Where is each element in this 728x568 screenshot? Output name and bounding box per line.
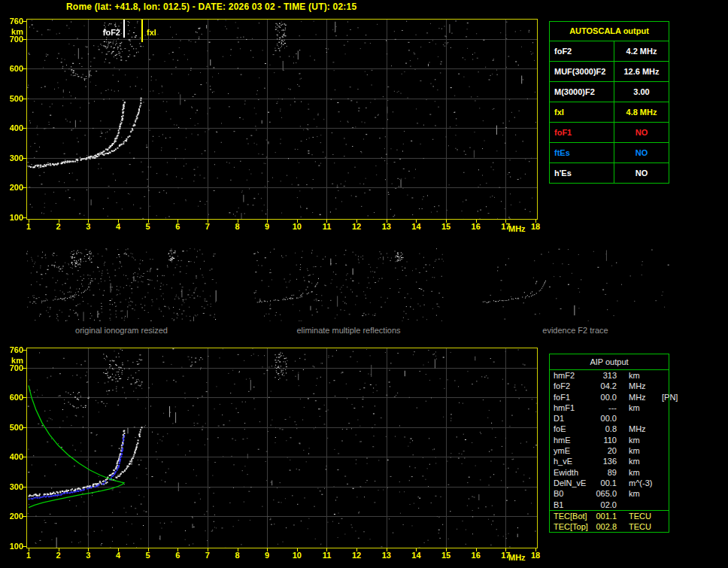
x-tick-mark	[267, 548, 268, 551]
y-tick-mark	[23, 158, 26, 159]
thumbnail-original-caption: original ionogram resized	[26, 326, 217, 335]
y-axis-unit-label: km	[3, 356, 23, 365]
x-tick-mark	[148, 548, 149, 551]
autoscala-table: AUTOSCALA output foF24.2 MHzMUF(3000)F21…	[549, 21, 669, 184]
thumbnail-f2trace-panel: evidence F2 trace	[481, 248, 669, 335]
y-tick-mark	[23, 187, 26, 188]
y-tick-label: 400	[3, 452, 23, 461]
aip-row-unit	[617, 500, 651, 510]
x-tick-mark	[88, 220, 89, 223]
x-tick-mark	[29, 548, 29, 551]
autoscala-row-label: h'Es	[550, 163, 614, 183]
aip-row-unit: km	[617, 488, 651, 499]
aip-row-label: TEC[Top]	[554, 521, 593, 532]
aip-row-label: DelN_vE	[554, 478, 593, 488]
x-tick-mark	[177, 220, 178, 223]
x-tick-mark	[535, 548, 536, 551]
autoscala-row-value: 3.00	[614, 82, 669, 102]
x-tick-mark	[297, 548, 298, 551]
aip-row-value: 04.2	[593, 381, 617, 391]
autoscala-row: foF24.2 MHz	[550, 41, 669, 62]
autoscala-row-label: foF2	[550, 41, 614, 61]
page-title: Rome (lat: +41.8, lon: 012.5) - DATE: 20…	[66, 2, 356, 12]
x-tick-mark	[208, 548, 208, 551]
x-tick-label: 4	[110, 551, 126, 560]
x-tick-label: 5	[140, 551, 156, 560]
y-tick-mark	[23, 427, 26, 428]
aip-row-label: TEC[Bot]	[554, 511, 593, 521]
aip-row-note	[651, 424, 669, 434]
autoscala-row: ftEsNO	[550, 143, 669, 163]
aip-row-note: [PN]	[651, 392, 678, 402]
top-ionogram-canvas	[27, 20, 537, 219]
y-tick-label: 500	[3, 94, 23, 103]
aip-row-value: 002.8	[593, 521, 617, 532]
x-tick-label: 16	[468, 551, 484, 560]
x-tick-label: 5	[140, 222, 156, 231]
fxI-marker-label: fxI	[147, 28, 156, 37]
aip-row-note	[651, 488, 669, 499]
x-tick-label: 4	[110, 222, 126, 231]
x-tick-label: 15	[438, 222, 454, 231]
x-tick-label: 6	[169, 551, 186, 560]
aip-row-value: 136	[593, 456, 617, 466]
aip-row-label: h_vE	[554, 456, 593, 466]
aip-row: foF100.0MHz[PN]	[550, 392, 669, 402]
aip-row-note	[651, 402, 669, 413]
x-tick-label: 13	[378, 222, 395, 231]
aip-row-value: 00.0	[593, 413, 617, 424]
aip-row: h_vE136km	[550, 456, 669, 466]
aip-row-note	[651, 445, 669, 456]
aip-row-unit: TECU	[617, 511, 651, 521]
aip-row-label: hmF1	[554, 402, 593, 413]
aip-row-unit: m^(-3)	[617, 478, 652, 488]
aip-row: B102.0	[550, 500, 669, 510]
y-tick-mark	[23, 516, 26, 517]
x-tick-mark	[535, 220, 536, 223]
autoscala-row-label: foF1	[550, 123, 614, 142]
aip-row-unit	[617, 413, 651, 424]
thumbnail-multiples-caption: eliminate multiple reflections	[253, 326, 444, 335]
x-tick-label: 6	[169, 222, 186, 231]
aip-row-unit: km	[617, 467, 651, 478]
aip-row-unit: km	[617, 402, 651, 413]
aip-row-note	[651, 413, 669, 424]
aip-row: Ewidth89km	[550, 467, 669, 478]
autoscala-row-value: NO	[614, 123, 669, 142]
y-tick-label: 600	[3, 393, 23, 402]
y-tick-label: 500	[3, 423, 23, 432]
aip-row-label: foE	[554, 424, 593, 434]
x-tick-mark	[59, 548, 59, 551]
x-tick-label: 12	[348, 222, 365, 231]
autoscala-row: fxI4.8 MHz	[550, 102, 669, 123]
x-tick-label: 3	[80, 222, 96, 231]
aip-row-value: 110	[593, 435, 617, 445]
autoscala-rows: foF24.2 MHzMUF(3000)F212.6 MHzM(3000)F23…	[550, 41, 669, 183]
aip-row-label: hmF2	[554, 370, 593, 381]
aip-row: ymE20km	[550, 445, 669, 456]
x-tick-mark	[476, 548, 477, 551]
autoscala-row: foF1NO	[550, 123, 669, 143]
x-tick-label: 18	[527, 222, 544, 231]
aip-row-note	[651, 511, 669, 521]
x-tick-label: 7	[199, 222, 216, 231]
x-tick-mark	[505, 548, 506, 551]
aip-row-note	[651, 370, 669, 381]
x-axis-unit-label: MHz	[508, 224, 526, 233]
x-tick-label: 3	[80, 551, 96, 560]
x-tick-mark	[118, 220, 119, 223]
aip-row-value: 00.1	[593, 478, 617, 488]
autoscala-row: MUF(3000)F212.6 MHz	[550, 62, 669, 82]
x-tick-mark	[416, 220, 417, 223]
x-tick-label: 8	[229, 551, 246, 560]
thumbnail-multiples-canvas	[253, 248, 444, 321]
autoscala-row: h'EsNO	[550, 163, 669, 183]
aip-row-label: Ewidth	[554, 467, 593, 478]
y-tick-mark	[23, 21, 26, 22]
x-tick-mark	[238, 548, 238, 551]
x-tick-mark	[208, 220, 208, 223]
x-tick-mark	[177, 548, 178, 551]
y-tick-mark	[23, 68, 26, 69]
x-tick-mark	[387, 220, 387, 223]
autoscala-row-value: 12.6 MHz	[614, 62, 669, 81]
